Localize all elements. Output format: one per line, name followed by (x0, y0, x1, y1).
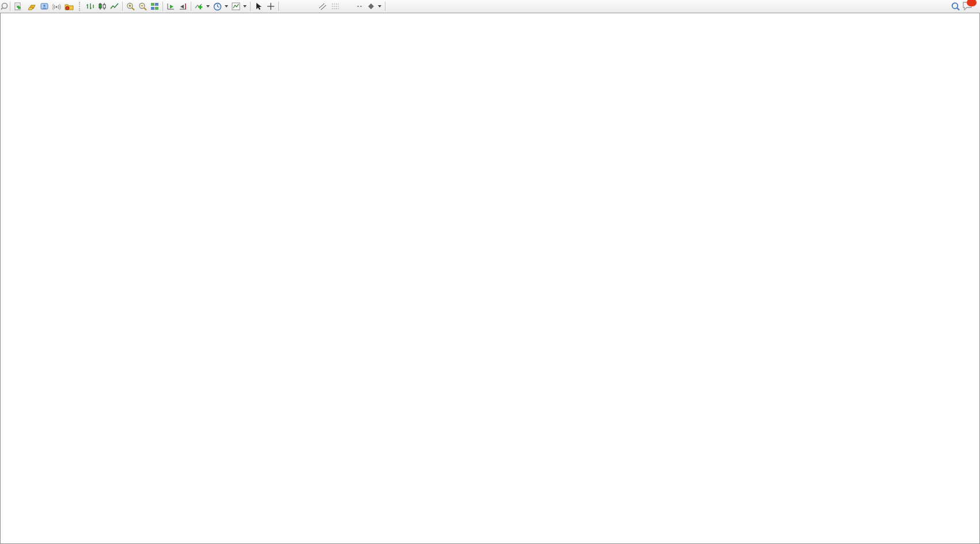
periods-clock-button[interactable] (211, 1, 230, 12)
label-tool-button[interactable] (353, 1, 365, 12)
toolbar-separator (191, 2, 191, 11)
clipped-magnifier-icon[interactable] (1, 1, 8, 12)
tile-windows-icon (150, 2, 159, 10)
toolbar-separator (278, 2, 279, 11)
dropdown-caret (206, 5, 210, 7)
auto-scroll-button[interactable] (165, 1, 177, 12)
trendline-tool-button[interactable] (305, 1, 317, 12)
template-icon (232, 2, 240, 10)
toolbar-separator (250, 2, 251, 11)
zoom-out-button[interactable] (137, 1, 149, 12)
channel-tool-button[interactable] (317, 1, 329, 12)
dropdown-caret (378, 5, 381, 7)
zoom-out-icon (138, 2, 147, 11)
gold-icon (28, 3, 37, 10)
tile-windows-button[interactable] (149, 1, 161, 12)
clock-icon (213, 2, 222, 11)
market-gold-button[interactable] (26, 1, 39, 12)
signal-icon (52, 2, 61, 10)
terminal-icon (40, 2, 49, 10)
signals-button[interactable] (51, 1, 63, 12)
toolbar-separator (122, 2, 123, 11)
vline-tool-button[interactable] (281, 1, 293, 12)
arrows-tool-button[interactable] (365, 1, 383, 12)
crosshair-tool-button[interactable] (264, 1, 277, 12)
search-button[interactable] (949, 1, 962, 12)
auto-trading-icon (65, 2, 74, 10)
new-order-icon (14, 2, 22, 11)
search-icon (951, 2, 960, 12)
equidistant-channel-icon (319, 2, 327, 10)
fibonacci-icon (331, 2, 339, 10)
cursor-tool-button[interactable] (252, 1, 264, 12)
new-order-button[interactable] (12, 1, 26, 12)
auto-scroll-icon (167, 2, 175, 10)
notification-badge (967, 0, 977, 6)
toolbar-grip (79, 2, 82, 11)
cursor-icon (255, 2, 262, 10)
hline-tool-button[interactable] (293, 1, 305, 12)
candle-chart-button[interactable] (96, 1, 108, 12)
templates-button[interactable] (230, 1, 248, 12)
candle-chart-icon (98, 2, 107, 10)
bar-chart-button[interactable] (84, 1, 96, 12)
zoom-in-button[interactable] (124, 1, 137, 12)
label-tool-icon (357, 6, 362, 7)
auto-trading-button[interactable] (63, 1, 77, 12)
terminal-button[interactable] (39, 1, 51, 12)
text-tool-button[interactable] (341, 1, 353, 12)
line-chart-button[interactable] (108, 1, 120, 12)
notifications-button[interactable] (962, 1, 973, 12)
bar-chart-icon (86, 2, 94, 10)
chart-shift-icon (179, 2, 187, 10)
dropdown-caret (225, 5, 228, 7)
main-toolbar (0, 0, 980, 13)
line-chart-icon (110, 2, 119, 10)
add-indicator-button[interactable] (193, 1, 211, 12)
arrows-icon (367, 3, 375, 10)
add-indicator-icon (195, 2, 203, 10)
dropdown-caret (243, 5, 247, 7)
crosshair-icon (267, 2, 275, 10)
chart-shift-button[interactable] (177, 1, 189, 12)
toolbar-separator (162, 2, 163, 11)
fibonacci-tool-button[interactable] (329, 1, 341, 12)
toolbar-separator (385, 2, 385, 11)
chart-canvas[interactable] (0, 13, 980, 544)
zoom-in-icon (126, 2, 135, 11)
toolbar-separator (10, 2, 10, 11)
